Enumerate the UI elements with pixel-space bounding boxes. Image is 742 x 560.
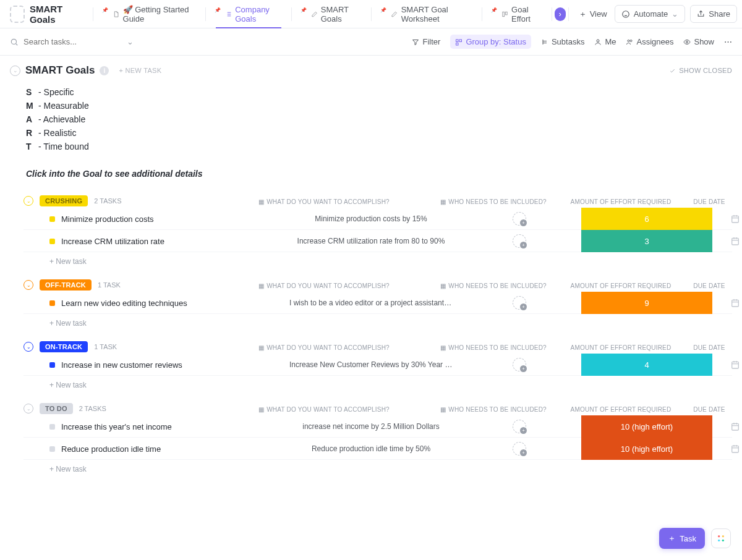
task-name[interactable]: Minimize production costs <box>61 214 154 224</box>
effort-cell[interactable]: 9 <box>581 292 712 314</box>
add-task-row[interactable]: + New task <box>23 376 732 389</box>
share-button[interactable]: Share <box>690 5 737 23</box>
col-included[interactable]: ▦WHO NEEDS TO BE INCLUDED? <box>432 406 555 413</box>
assignee-cell[interactable] <box>458 420 581 433</box>
accomplish-cell[interactable]: Increase New Customer Reviews by 30% Yea… <box>284 360 458 369</box>
col-effort[interactable]: AMOUNT OF EFFORT REQUIRED <box>555 344 686 351</box>
status-square-icon[interactable] <box>49 424 55 430</box>
col-due[interactable]: DUE DATE <box>686 282 732 289</box>
status-square-icon[interactable] <box>49 446 55 452</box>
due-date-cell[interactable] <box>712 444 742 454</box>
accomplish-cell[interactable]: Reduce production idle time by 50% <box>284 444 458 453</box>
col-due[interactable]: DUE DATE <box>686 406 732 413</box>
assignee-cell[interactable] <box>458 212 581 226</box>
more-menu-icon[interactable]: ⋯ <box>724 37 732 46</box>
col-accomplish[interactable]: ▦WHAT DO YOU WANT TO ACCOMPLISH? <box>258 406 432 413</box>
task-row[interactable]: Increase this year's net incomeincrease … <box>23 415 732 438</box>
status-square-icon[interactable] <box>49 216 55 222</box>
show-button[interactable]: Show <box>683 37 714 46</box>
col-included[interactable]: ▦WHO NEEDS TO BE INCLUDED? <box>432 198 555 205</box>
nav-tab[interactable]: 📌SMART Goal Worksheet <box>374 0 479 28</box>
add-assignee-icon[interactable] <box>513 234 526 248</box>
col-effort[interactable]: AMOUNT OF EFFORT REQUIRED <box>555 406 686 413</box>
add-view-button[interactable]: ＋View <box>571 0 615 28</box>
status-pill[interactable]: TO DO <box>40 403 73 414</box>
status-square-icon[interactable] <box>49 362 55 368</box>
task-row[interactable]: Increase in new customer reviewsIncrease… <box>23 354 732 376</box>
status-pill[interactable]: ON-TRACK <box>40 341 88 352</box>
col-included[interactable]: ▦WHO NEEDS TO BE INCLUDED? <box>432 344 555 351</box>
collapse-list-icon[interactable]: ⌄ <box>10 66 20 76</box>
task-name[interactable]: Learn new video editing techniques <box>61 299 187 308</box>
status-pill[interactable]: CRUSHING <box>40 195 88 206</box>
task-name[interactable]: Reduce production idle time <box>61 444 161 454</box>
add-assignee-icon[interactable] <box>513 358 526 371</box>
due-date-cell[interactable] <box>712 360 742 370</box>
col-effort[interactable]: AMOUNT OF EFFORT REQUIRED <box>555 282 686 289</box>
due-date-cell[interactable] <box>712 298 742 308</box>
me-button[interactable]: Me <box>594 37 616 46</box>
add-task-row[interactable]: + New task <box>23 314 732 328</box>
effort-cell[interactable]: 6 <box>581 208 712 230</box>
accomplish-cell[interactable]: increase net income by 2.5 Million Dolla… <box>284 422 458 431</box>
collapse-group-icon[interactable]: ⌄ <box>23 342 33 352</box>
accomplish-cell[interactable]: Increase CRM utilization rate from 80 to… <box>284 237 458 245</box>
search-input[interactable] <box>23 37 110 46</box>
accomplish-cell[interactable]: I wish to be a video editor or a project… <box>284 299 458 307</box>
nav-tab[interactable]: 📌Goal Effort <box>485 0 549 28</box>
space-logo[interactable] <box>10 6 25 23</box>
effort-cell[interactable]: 4 <box>581 354 712 376</box>
add-task-row[interactable]: + New task <box>23 252 732 266</box>
assignee-cell[interactable] <box>458 442 581 456</box>
nav-tab[interactable]: 📌SMART Goals <box>294 0 369 28</box>
due-date-cell[interactable] <box>712 422 742 431</box>
task-row[interactable]: Reduce production idle timeReduce produc… <box>23 438 732 460</box>
task-row[interactable]: Minimize production costsMinimize produc… <box>23 208 732 230</box>
status-pill[interactable]: OFF-TRACK <box>40 279 92 291</box>
assignee-cell[interactable] <box>458 358 581 371</box>
col-accomplish[interactable]: ▦WHAT DO YOU WANT TO ACCOMPLISH? <box>258 282 432 289</box>
more-views-icon[interactable]: › <box>555 7 566 21</box>
nav-tab[interactable]: 📌🚀 Getting Started Guide <box>96 0 203 28</box>
col-effort[interactable]: AMOUNT OF EFFORT REQUIRED <box>555 198 686 205</box>
show-closed-button[interactable]: SHOW CLOSED <box>669 67 732 74</box>
effort-cell[interactable]: 3 <box>581 230 712 252</box>
effort-cell[interactable]: 10 (high effort) <box>581 438 712 460</box>
col-due[interactable]: DUE DATE <box>686 198 732 205</box>
new-task-button[interactable]: + NEW TASK <box>119 67 161 74</box>
col-due[interactable]: DUE DATE <box>686 344 732 351</box>
subtasks-button[interactable]: Subtasks <box>541 37 584 46</box>
task-name[interactable]: Increase in new customer reviews <box>61 360 182 370</box>
collapse-group-icon[interactable]: ⌄ <box>23 404 33 414</box>
add-assignee-icon[interactable] <box>513 442 526 456</box>
accomplish-cell[interactable]: Minimize production costs by 15% <box>284 214 458 223</box>
apps-fab[interactable] <box>711 528 731 548</box>
nav-tab[interactable]: 📌Company Goals <box>208 0 289 28</box>
task-name[interactable]: Increase this year's net income <box>61 422 172 431</box>
add-assignee-icon[interactable] <box>513 212 526 226</box>
collapse-group-icon[interactable]: ⌄ <box>23 196 33 206</box>
list-title[interactable]: SMART Goals <box>25 64 95 77</box>
new-task-fab[interactable]: ＋Task <box>659 528 705 549</box>
add-task-row[interactable]: + New task <box>23 460 732 473</box>
due-date-cell[interactable] <box>712 214 742 224</box>
task-name[interactable]: Increase CRM utilization rate <box>61 237 164 246</box>
automate-button[interactable]: Automate ⌄ <box>615 5 686 23</box>
col-accomplish[interactable]: ▦WHAT DO YOU WANT TO ACCOMPLISH? <box>258 344 432 351</box>
status-square-icon[interactable] <box>49 300 55 306</box>
status-square-icon[interactable] <box>49 239 55 244</box>
assignee-cell[interactable] <box>458 234 581 248</box>
col-accomplish[interactable]: ▦WHAT DO YOU WANT TO ACCOMPLISH? <box>258 198 432 205</box>
info-icon[interactable]: i <box>100 66 109 75</box>
effort-cell[interactable]: 10 (high effort) <box>581 415 712 438</box>
add-assignee-icon[interactable] <box>513 420 526 433</box>
col-included[interactable]: ▦WHO NEEDS TO BE INCLUDED? <box>432 282 555 289</box>
space-title[interactable]: SMART Goals <box>30 4 80 25</box>
add-assignee-icon[interactable] <box>513 296 526 310</box>
filter-button[interactable]: Filter <box>412 37 440 46</box>
group-by-button[interactable]: Group by: Status <box>450 35 531 49</box>
collapse-group-icon[interactable]: ⌄ <box>23 280 33 290</box>
task-row[interactable]: Learn new video editing techniquesI wish… <box>23 292 732 314</box>
task-row[interactable]: Increase CRM utilization rateIncrease CR… <box>23 230 732 252</box>
assignee-cell[interactable] <box>458 296 581 310</box>
